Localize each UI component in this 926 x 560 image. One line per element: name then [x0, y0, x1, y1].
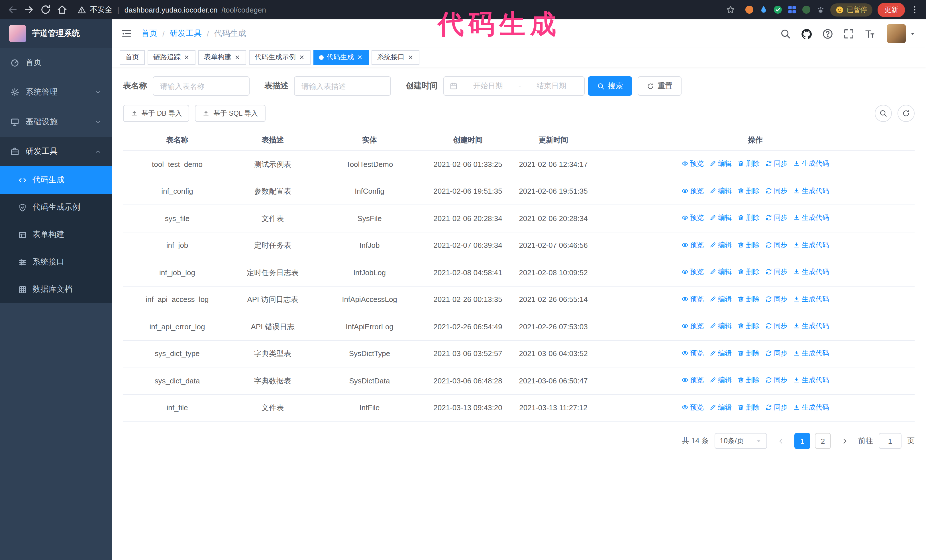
edit-link[interactable]: 编辑 — [710, 158, 732, 169]
generate-link[interactable]: 生成代码 — [793, 321, 829, 331]
preview-link[interactable]: 预览 — [682, 267, 704, 277]
sync-link[interactable]: 同步 — [765, 348, 788, 358]
extension-icon-2[interactable] — [759, 5, 768, 14]
breadcrumb-item[interactable]: 首页 — [141, 29, 157, 39]
edit-link[interactable]: 编辑 — [710, 348, 732, 358]
generate-link[interactable]: 生成代码 — [793, 267, 829, 277]
generate-link[interactable]: 生成代码 — [793, 186, 829, 196]
tab-代码生成[interactable]: 代码生成 — [313, 50, 369, 65]
edit-link[interactable]: 编辑 — [710, 402, 732, 412]
delete-link[interactable]: 删除 — [737, 186, 760, 196]
tab-表单构建[interactable]: 表单构建 — [198, 50, 246, 65]
generate-link[interactable]: 生成代码 — [793, 158, 829, 169]
preview-link[interactable]: 预览 — [682, 375, 704, 385]
tab-系统接口[interactable]: 系统接口 — [372, 50, 419, 65]
table-desc-input[interactable] — [294, 76, 391, 96]
delete-link[interactable]: 删除 — [737, 294, 760, 304]
sidebar-subitem-codegen[interactable]: 代码生成 — [0, 166, 112, 194]
generate-link[interactable]: 生成代码 — [793, 375, 829, 385]
tab-代码生成示例[interactable]: 代码生成示例 — [249, 50, 310, 65]
sync-link[interactable]: 同步 — [765, 240, 788, 250]
update-button[interactable]: 更新 — [878, 3, 905, 17]
fullscreen-icon[interactable] — [843, 28, 854, 39]
extension-icon-1[interactable] — [745, 5, 754, 14]
bookmark-star-icon[interactable] — [726, 5, 735, 14]
sync-link[interactable]: 同步 — [765, 402, 788, 412]
generate-link[interactable]: 生成代码 — [793, 402, 829, 412]
sidebar-subitem-form-builder[interactable]: 表单构建 — [0, 221, 112, 248]
preview-link[interactable]: 预览 — [682, 294, 704, 304]
sync-link[interactable]: 同步 — [765, 267, 788, 277]
generate-link[interactable]: 生成代码 — [793, 294, 829, 304]
sync-link[interactable]: 同步 — [765, 375, 788, 385]
delete-link[interactable]: 删除 — [737, 348, 760, 358]
page-button-1[interactable]: 1 — [794, 433, 810, 449]
edit-link[interactable]: 编辑 — [710, 240, 732, 250]
delete-link[interactable]: 删除 — [737, 375, 760, 385]
sync-link[interactable]: 同步 — [765, 294, 788, 304]
delete-link[interactable]: 删除 — [737, 240, 760, 250]
sync-link[interactable]: 同步 — [765, 321, 788, 331]
app-logo[interactable]: 芋道管理系统 — [0, 20, 112, 48]
prev-page-button[interactable] — [773, 433, 789, 449]
preview-link[interactable]: 预览 — [682, 158, 704, 169]
edit-link[interactable]: 编辑 — [710, 375, 732, 385]
preview-link[interactable]: 预览 — [682, 213, 704, 223]
preview-link[interactable]: 预览 — [682, 186, 704, 196]
delete-link[interactable]: 删除 — [737, 402, 760, 412]
sidebar-item-home[interactable]: 首页 — [0, 48, 112, 77]
url-bar[interactable]: 不安全 | dashboard.yudao.iocoder.cn/tool/co… — [73, 5, 740, 15]
edit-link[interactable]: 编辑 — [710, 186, 732, 196]
preview-link[interactable]: 预览 — [682, 402, 704, 412]
page-size-select[interactable]: 10条/页 — [714, 433, 767, 449]
font-size-icon[interactable] — [864, 28, 875, 39]
refresh-icon[interactable] — [40, 4, 51, 15]
preview-link[interactable]: 预览 — [682, 240, 704, 250]
breadcrumb-item[interactable]: 研发工具 — [170, 29, 202, 39]
user-menu[interactable] — [887, 24, 916, 43]
import-sql-button[interactable]: 基于 SQL 导入 — [195, 105, 265, 122]
delete-link[interactable]: 删除 — [737, 321, 760, 331]
generate-link[interactable]: 生成代码 — [793, 348, 829, 358]
edit-link[interactable]: 编辑 — [710, 213, 732, 223]
github-icon[interactable] — [801, 28, 812, 39]
sync-link[interactable]: 同步 — [765, 158, 788, 169]
forward-icon[interactable] — [23, 4, 35, 15]
extension-icon-5[interactable] — [802, 5, 811, 14]
extension-icon-4[interactable] — [788, 5, 797, 14]
tab-链路追踪[interactable]: 链路追踪 — [148, 50, 195, 65]
goto-page-input[interactable] — [879, 433, 902, 449]
sidebar-subitem-api[interactable]: 系统接口 — [0, 248, 112, 276]
sidebar-item-infra[interactable]: 基础设施 — [0, 107, 112, 137]
sidebar-subitem-codegen-example[interactable]: 代码生成示例 — [0, 194, 112, 221]
edit-link[interactable]: 编辑 — [710, 267, 732, 277]
toggle-search-button[interactable] — [875, 105, 892, 122]
table-name-input[interactable] — [153, 76, 250, 96]
home-icon[interactable] — [56, 4, 68, 15]
next-page-button[interactable] — [837, 433, 852, 449]
sync-link[interactable]: 同步 — [765, 213, 788, 223]
create-time-range-picker[interactable]: 开始日期 - 结束日期 — [443, 76, 585, 96]
kebab-menu-icon[interactable] — [910, 5, 919, 14]
page-button-2[interactable]: 2 — [815, 433, 831, 449]
sidebar-subitem-db-doc[interactable]: 数据库文档 — [0, 276, 112, 303]
extension-icon-3[interactable] — [773, 5, 782, 14]
sidebar-item-system[interactable]: 系统管理 — [0, 77, 112, 107]
search-button[interactable]: 搜索 — [588, 76, 632, 96]
generate-link[interactable]: 生成代码 — [793, 240, 829, 250]
sync-link[interactable]: 同步 — [765, 186, 788, 196]
extension-icon-6[interactable] — [816, 5, 825, 14]
delete-link[interactable]: 删除 — [737, 213, 760, 223]
sidebar-toggle-icon[interactable] — [121, 28, 132, 39]
paused-badge[interactable]: 已暂停 — [830, 3, 872, 16]
sidebar-item-devtools[interactable]: 研发工具 — [0, 137, 112, 166]
delete-link[interactable]: 删除 — [737, 267, 760, 277]
preview-link[interactable]: 预览 — [682, 348, 704, 358]
tab-首页[interactable]: 首页 — [120, 50, 145, 65]
import-db-button[interactable]: 基于 DB 导入 — [123, 105, 189, 122]
delete-link[interactable]: 删除 — [737, 158, 760, 169]
refresh-table-button[interactable] — [897, 105, 915, 122]
question-icon[interactable] — [822, 28, 833, 39]
generate-link[interactable]: 生成代码 — [793, 213, 829, 223]
search-icon[interactable] — [780, 28, 791, 39]
